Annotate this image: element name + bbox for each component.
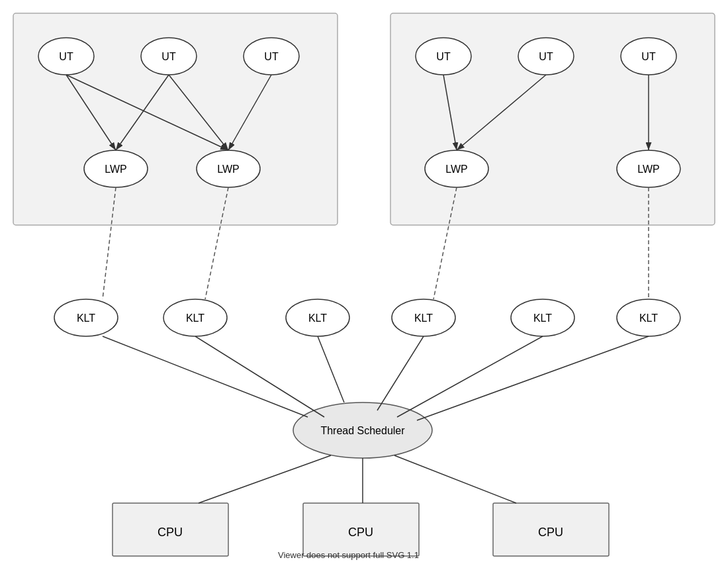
- klt-label-1: KLT: [77, 312, 95, 324]
- viewer-note: Viewer does not support full SVG 1.1: [278, 550, 419, 560]
- klt-label-4: KLT: [414, 312, 433, 324]
- ut-label-2: UT: [161, 51, 176, 62]
- cpu-label-1: CPU: [158, 526, 183, 539]
- ut-label-3: UT: [264, 51, 279, 62]
- ut-label-1: UT: [59, 51, 73, 62]
- lwp-label-3: LWP: [445, 164, 467, 175]
- klt-label-5: KLT: [533, 312, 552, 324]
- lwp-label-4: LWP: [637, 164, 659, 175]
- svg-line-36: [417, 336, 649, 420]
- ut-label-5: UT: [539, 51, 553, 62]
- svg-line-35: [397, 336, 543, 417]
- ut-label-4: UT: [436, 51, 451, 62]
- svg-line-33: [318, 336, 344, 402]
- klt-label-6: KLT: [639, 312, 658, 324]
- lwp-label-1: LWP: [105, 164, 126, 175]
- svg-line-34: [377, 336, 424, 410]
- cpu-label-2: CPU: [348, 526, 373, 539]
- svg-line-42: [394, 455, 516, 503]
- klt-label-3: KLT: [308, 312, 327, 324]
- svg-line-32: [195, 336, 324, 417]
- svg-line-31: [103, 336, 308, 417]
- scheduler-label: Thread Scheduler: [320, 425, 405, 436]
- ut-label-6: UT: [641, 51, 656, 62]
- svg-line-40: [199, 455, 331, 503]
- klt-label-2: KLT: [186, 312, 205, 324]
- cpu-label-3: CPU: [538, 526, 563, 539]
- lwp-label-2: LWP: [217, 164, 239, 175]
